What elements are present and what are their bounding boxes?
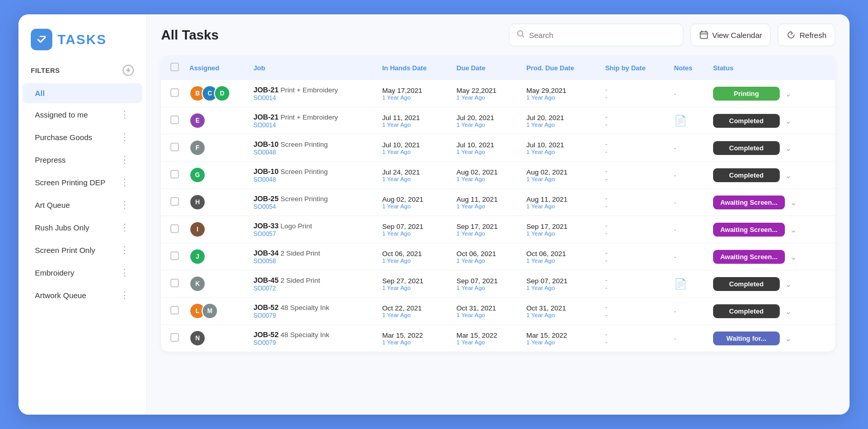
row-checkbox[interactable] bbox=[170, 170, 179, 179]
status-badge[interactable]: Awaiting Screen... bbox=[713, 250, 785, 264]
status-cell: Completed⌄ bbox=[708, 107, 835, 134]
so-link[interactable]: SO0058 bbox=[253, 258, 276, 265]
add-filter-button[interactable]: + bbox=[123, 65, 134, 76]
sidebar-item-screen-print-only[interactable]: Screen Print Only⋮ bbox=[23, 239, 142, 261]
so-link[interactable]: SO0014 bbox=[253, 94, 276, 102]
row-checkbox[interactable] bbox=[170, 279, 179, 287]
row-checkbox[interactable] bbox=[170, 224, 179, 233]
job-type: 48 Specialty Ink bbox=[281, 331, 329, 339]
sidebar-item-menu[interactable]: ⋮ bbox=[120, 131, 130, 143]
prod-due-date-cell: Sep 17, 20211 Year Ago bbox=[521, 216, 600, 243]
row-expand-button[interactable]: ⌄ bbox=[782, 334, 792, 343]
job-id: JOB-21 bbox=[253, 113, 279, 121]
row-expand-button[interactable]: ⌄ bbox=[782, 143, 792, 153]
row-checkbox[interactable] bbox=[170, 251, 179, 260]
row-checkbox[interactable] bbox=[170, 197, 179, 206]
due-date-cell: Sep 17, 20211 Year Ago bbox=[451, 216, 521, 243]
so-link[interactable]: SO0014 bbox=[253, 122, 276, 129]
col-header-prod-due-date: Prod. Due Date bbox=[521, 55, 600, 80]
search-input[interactable] bbox=[529, 31, 676, 40]
search-bar[interactable] bbox=[509, 24, 683, 46]
job-type: Screen Printing bbox=[281, 168, 328, 176]
view-calendar-button[interactable]: View Calendar bbox=[691, 24, 771, 46]
in-hands-date-cell: Oct 22, 20211 Year Ago bbox=[377, 298, 451, 325]
job-cell: JOB-33 Logo PrintSO0057 bbox=[248, 216, 377, 243]
row-expand-button[interactable]: ⌄ bbox=[782, 306, 792, 316]
status-badge[interactable]: Completed bbox=[713, 114, 780, 128]
status-badge[interactable]: Completed bbox=[713, 141, 780, 155]
status-badge[interactable]: Completed bbox=[713, 304, 780, 318]
sidebar-item-menu[interactable]: ⋮ bbox=[120, 244, 130, 256]
sidebar-item-embroidery[interactable]: Embroidery⋮ bbox=[23, 261, 142, 284]
sidebar-item-menu[interactable]: ⋮ bbox=[120, 289, 130, 301]
row-expand-button[interactable]: ⌄ bbox=[787, 225, 797, 235]
sidebar-item-menu[interactable]: ⋮ bbox=[120, 267, 130, 278]
note-icon[interactable]: 📄 bbox=[674, 278, 687, 289]
status-badge[interactable]: Awaiting Screen... bbox=[713, 196, 785, 209]
status-badge[interactable]: Completed bbox=[713, 168, 780, 182]
select-all-checkbox[interactable] bbox=[170, 63, 179, 71]
status-badge[interactable]: Printing bbox=[713, 87, 780, 101]
sidebar-item-all[interactable]: All bbox=[23, 83, 142, 103]
sidebar-item-label: Rush Jubs Only bbox=[35, 223, 120, 232]
table-row: KJOB-45 2 Sided PrintSO0072Sep 27, 20211… bbox=[161, 270, 835, 298]
so-link[interactable]: SO0057 bbox=[253, 230, 276, 238]
sidebar-item-menu[interactable]: ⋮ bbox=[120, 199, 130, 210]
so-link[interactable]: SO0054 bbox=[253, 203, 276, 210]
notes-cell: - bbox=[669, 189, 708, 216]
row-expand-button[interactable]: ⌄ bbox=[782, 116, 792, 126]
row-checkbox[interactable] bbox=[170, 143, 179, 151]
row-expand-button[interactable]: ⌄ bbox=[782, 279, 792, 289]
sidebar-item-artwork-queue[interactable]: Artwork Queue⋮ bbox=[23, 284, 142, 306]
job-type: 2 Sided Print bbox=[281, 249, 320, 257]
job-cell: JOB-10 Screen PrintingSO0048 bbox=[248, 162, 377, 189]
due-date-cell: Jul 20, 20211 Year Ago bbox=[451, 107, 521, 134]
status-badge[interactable]: Waiting for... bbox=[713, 332, 780, 345]
job-id: JOB-45 bbox=[253, 276, 279, 284]
status-badge[interactable]: Awaiting Screen... bbox=[713, 223, 785, 237]
prod-due-date-cell: Jul 20, 20211 Year Ago bbox=[521, 107, 600, 134]
sidebar-item-menu[interactable]: ⋮ bbox=[120, 154, 130, 165]
sidebar-item-assigned-to-me[interactable]: Assigned to me⋮ bbox=[23, 103, 142, 126]
due-date-cell: May 22,20211 Year Ago bbox=[451, 80, 521, 107]
due-date-cell: Aug 02, 20211 Year Ago bbox=[451, 162, 521, 189]
row-checkbox[interactable] bbox=[170, 88, 179, 97]
sidebar-item-rush-jobs-only[interactable]: Rush Jubs Only⋮ bbox=[23, 216, 142, 239]
in-hands-date-cell: Sep 27, 20211 Year Ago bbox=[377, 270, 451, 298]
note-icon[interactable]: 📄 bbox=[674, 115, 687, 126]
sidebar-item-art-queue[interactable]: Art Queue⋮ bbox=[23, 193, 142, 216]
prod-due-date-cell: May 29,20211 Year Ago bbox=[521, 80, 600, 107]
sidebar-item-purchase-goods[interactable]: Purchase Goods⋮ bbox=[23, 126, 142, 148]
assigned-cell: N bbox=[184, 325, 248, 352]
sidebar-item-screen-printing-dep[interactable]: Screen Printing DEP⋮ bbox=[23, 171, 142, 193]
row-checkbox[interactable] bbox=[170, 333, 179, 342]
ship-by-date-cell: -- bbox=[600, 216, 669, 243]
job-cell: JOB-52 48 Specialty InkSO0079 bbox=[248, 298, 377, 325]
sidebar-item-menu[interactable]: ⋮ bbox=[120, 177, 130, 188]
sidebar-item-menu[interactable]: ⋮ bbox=[120, 222, 130, 233]
row-expand-button[interactable]: ⌄ bbox=[782, 170, 792, 180]
so-link[interactable]: SO0072 bbox=[253, 285, 276, 292]
in-hands-date-cell: Mar 15, 20221 Year Ago bbox=[377, 325, 451, 352]
row-checkbox[interactable] bbox=[170, 115, 179, 124]
so-link[interactable]: SO0048 bbox=[253, 149, 276, 156]
status-badge[interactable]: Completed bbox=[713, 277, 780, 291]
sidebar: TASKS FILTERS + AllAssigned to me⋮Purcha… bbox=[18, 14, 147, 415]
row-checkbox[interactable] bbox=[170, 306, 179, 315]
due-date-cell: Sep 07, 20211 Year Ago bbox=[451, 270, 521, 298]
table-row: EJOB-21 Print + EmbroiderySO0014Jul 11, … bbox=[161, 107, 835, 134]
sidebar-item-label: Artwork Queue bbox=[35, 291, 120, 300]
refresh-button[interactable]: Refresh bbox=[778, 24, 835, 46]
sidebar-item-prepress[interactable]: Prepress⋮ bbox=[23, 148, 142, 171]
so-link[interactable]: SO0079 bbox=[253, 312, 276, 319]
status-cell: Awaiting Screen...⌄ bbox=[708, 243, 835, 270]
prod-due-date-cell: Sep 07, 20211 Year Ago bbox=[521, 270, 600, 298]
so-link[interactable]: SO0048 bbox=[253, 176, 276, 183]
row-expand-button[interactable]: ⌄ bbox=[787, 198, 797, 207]
col-header-in-hands-date: In Hands Date bbox=[377, 55, 451, 80]
sidebar-item-menu[interactable]: ⋮ bbox=[120, 109, 130, 120]
row-expand-button[interactable]: ⌄ bbox=[787, 252, 797, 262]
row-expand-button[interactable]: ⌄ bbox=[782, 89, 792, 99]
assigned-cell: F bbox=[184, 134, 248, 162]
so-link[interactable]: SO0079 bbox=[253, 339, 276, 346]
